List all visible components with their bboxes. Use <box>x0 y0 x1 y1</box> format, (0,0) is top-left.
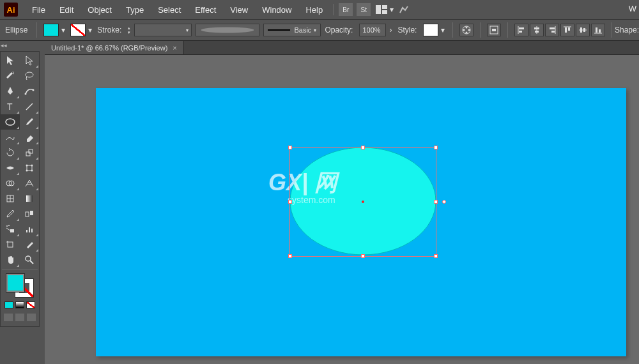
bridge-icon[interactable]: Br <box>339 3 353 16</box>
svg-point-7 <box>466 32 468 34</box>
symbol-sprayer-tool[interactable] <box>1 222 20 237</box>
none-mode-button[interactable] <box>26 301 35 308</box>
gradient-tool[interactable] <box>20 191 39 206</box>
svg-rect-2 <box>382 10 387 14</box>
rotate-tool[interactable] <box>1 145 20 160</box>
stroke-width-stepper[interactable]: ▴▾ <box>128 26 130 34</box>
svg-rect-1 <box>382 5 387 9</box>
artboard-tool[interactable] <box>1 237 20 252</box>
width-tool[interactable] <box>1 160 20 176</box>
align-bottom-button[interactable] <box>591 24 605 36</box>
svg-text:T: T <box>7 102 13 111</box>
svg-point-34 <box>6 119 15 125</box>
opacity-dropdown-icon[interactable]: › <box>387 24 394 36</box>
menu-select[interactable]: Select <box>151 3 187 17</box>
draw-normal-button[interactable] <box>4 314 13 321</box>
fill-color-well[interactable] <box>6 273 25 292</box>
brush-definition-dropdown[interactable]: Basic▾ <box>263 24 321 36</box>
draw-behind-button[interactable] <box>15 314 24 321</box>
align-vcenter-button[interactable] <box>576 24 590 36</box>
svg-rect-47 <box>26 195 33 202</box>
zoom-tool[interactable] <box>20 252 39 268</box>
menu-effect[interactable]: Effect <box>189 3 222 17</box>
svg-point-40 <box>26 170 28 172</box>
ellipse-shape[interactable] <box>289 147 436 255</box>
shape-builder-tool[interactable] <box>1 176 20 191</box>
style-dropdown-icon[interactable]: ▾ <box>440 24 446 36</box>
free-transform-tool[interactable] <box>20 160 39 176</box>
menu-window[interactable]: Window <box>256 3 298 17</box>
opacity-input[interactable]: 100% <box>359 24 386 36</box>
perspective-grid-tool[interactable] <box>20 176 39 191</box>
draw-inside-button[interactable] <box>27 314 36 321</box>
paintbrush-tool[interactable] <box>20 114 39 130</box>
align-left-button[interactable] <box>514 24 528 36</box>
stroke-swatch[interactable] <box>70 24 86 36</box>
column-graph-tool[interactable] <box>20 222 39 237</box>
align-top-button[interactable] <box>560 24 574 36</box>
slice-tool[interactable] <box>20 237 39 252</box>
fill-stroke-wells[interactable] <box>1 271 39 300</box>
type-tool[interactable]: T <box>1 99 20 114</box>
menu-help[interactable]: Help <box>299 3 329 17</box>
document-tab-title: Untitled-1* @ 66.67% (RGB/Preview) <box>51 44 167 52</box>
svg-rect-37 <box>27 165 32 171</box>
fill-swatch[interactable] <box>43 24 59 36</box>
document-tab-bar: Untitled-1* @ 66.67% (RGB/Preview) × <box>45 41 639 55</box>
align-hcenter-button[interactable] <box>530 24 544 36</box>
svg-point-5 <box>466 27 468 29</box>
align-right-button[interactable] <box>545 24 559 36</box>
menu-file[interactable]: File <box>26 3 52 17</box>
direct-selection-tool[interactable] <box>20 53 39 68</box>
svg-point-31 <box>33 89 35 91</box>
curvature-tool[interactable] <box>20 84 39 99</box>
arrange-dropdown-icon[interactable]: ▾ <box>389 3 395 16</box>
document-tab[interactable]: Untitled-1* @ 66.67% (RGB/Preview) × <box>45 41 184 54</box>
magic-wand-tool[interactable] <box>1 68 20 84</box>
menu-view[interactable]: View <box>224 3 254 17</box>
gradient-mode-button[interactable] <box>15 301 24 308</box>
recolor-artwork-button[interactable] <box>459 24 473 36</box>
close-tab-icon[interactable]: × <box>173 44 176 52</box>
blend-tool[interactable] <box>20 206 39 222</box>
shaper-tool[interactable] <box>1 130 20 145</box>
control-separator <box>452 22 453 38</box>
menu-type[interactable]: Type <box>119 3 150 17</box>
eyedropper-tool[interactable] <box>1 206 20 222</box>
menu-object[interactable]: Object <box>81 3 118 17</box>
mesh-tool[interactable] <box>1 191 20 206</box>
svg-rect-53 <box>26 230 27 232</box>
stroke-swatch-dropdown-icon[interactable]: ▾ <box>87 24 93 36</box>
gpu-preview-icon[interactable] <box>397 3 412 16</box>
svg-point-41 <box>31 170 33 172</box>
toolbox: T <box>0 51 40 327</box>
svg-point-38 <box>26 165 28 167</box>
svg-rect-48 <box>26 212 29 216</box>
lasso-tool[interactable] <box>20 68 39 84</box>
brush-width-preview[interactable] <box>196 24 259 36</box>
control-separator <box>36 22 37 38</box>
selection-tool[interactable] <box>1 53 20 68</box>
pen-tool[interactable] <box>1 84 20 99</box>
panel-collapse-icon[interactable]: ◂◂ <box>0 41 8 50</box>
scale-tool[interactable] <box>20 145 39 160</box>
variable-width-profile-dropdown[interactable]: ▾ <box>134 24 192 36</box>
line-segment-tool[interactable] <box>20 99 39 114</box>
opacity-label: Opacity: <box>325 26 353 34</box>
align-to-button[interactable] <box>487 24 501 36</box>
menu-divider <box>333 4 334 15</box>
stock-icon[interactable]: St <box>357 3 371 16</box>
canvas-area[interactable]: GX| 网 system.com <box>45 55 639 364</box>
graphic-style-swatch[interactable] <box>423 24 438 36</box>
svg-rect-18 <box>550 27 555 29</box>
window-title-right: W <box>629 4 636 13</box>
hand-tool[interactable] <box>1 252 20 268</box>
fill-swatch-dropdown-icon[interactable]: ▾ <box>60 24 66 36</box>
ellipse-tool[interactable] <box>1 114 20 130</box>
svg-rect-15 <box>534 27 539 29</box>
color-mode-button[interactable] <box>4 301 13 308</box>
menu-edit[interactable]: Edit <box>53 3 80 17</box>
arrange-documents-icon[interactable] <box>374 3 389 16</box>
svg-point-8 <box>463 29 465 31</box>
eraser-tool[interactable] <box>20 130 39 145</box>
